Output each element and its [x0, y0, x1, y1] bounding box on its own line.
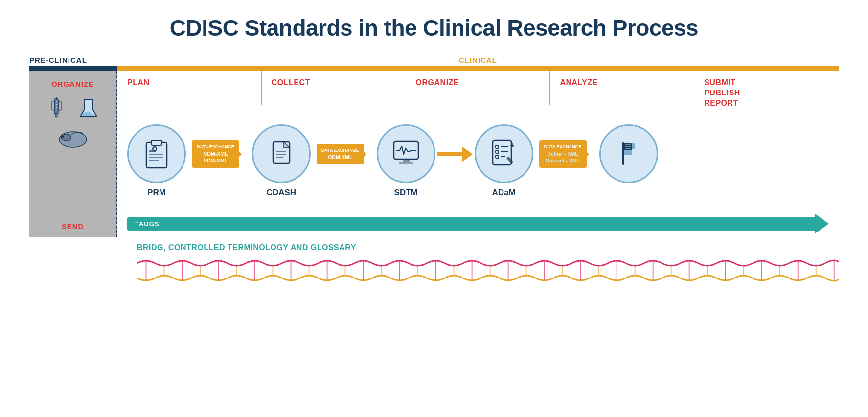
preclinical-organize-label: ORGANIZE	[51, 80, 94, 88]
circle-label-prm: PRM	[147, 188, 166, 198]
page-title: CDISC Standards in the Clinical Research…	[29, 15, 839, 41]
svg-rect-24	[276, 151, 286, 152]
connector-2: DATA EXCHANGE ODM-XML	[315, 144, 373, 164]
flow-node-sdtm: SDTM	[377, 124, 435, 198]
circle-label-adam: ADaM	[492, 188, 516, 198]
step-header-submit: SUBMIT PUBLISH REPORT	[694, 71, 839, 105]
checklist-pen-icon	[487, 137, 521, 171]
svg-rect-15	[149, 154, 163, 155]
preclinical-col: ORGANIZE	[29, 71, 117, 237]
page: CDISC Standards in the Clinical Research…	[0, 0, 868, 417]
svg-rect-17	[149, 160, 159, 161]
taugs-label: TAUGS	[127, 217, 167, 231]
de-label-1: DATA EXCHANGE	[197, 144, 234, 150]
de-val2-4: Dataset - XML	[544, 157, 582, 164]
de-val1-1: ODM-XML	[197, 150, 234, 158]
step-headers: PLAN COLLECT ORGANIZE ANALYZE SUBMIT PUB…	[117, 71, 839, 105]
connector-3	[437, 146, 473, 162]
svg-rect-46	[625, 144, 631, 145]
data-exchange-box-4: DATA EXCHANGE Define - XML Dataset - XML	[539, 140, 587, 168]
svg-rect-44	[624, 150, 632, 155]
circle-cdash	[252, 124, 311, 183]
icons-row-1	[44, 95, 102, 122]
taugs-arrow-head	[815, 214, 829, 233]
step-header-collect: COLLECT	[262, 71, 406, 105]
svg-rect-45	[632, 143, 635, 149]
de-label-4: DATA EXCHANGE	[544, 144, 582, 150]
monitor-heart-icon	[389, 137, 423, 171]
svg-rect-7	[59, 101, 61, 110]
arrow-line-3	[437, 152, 462, 156]
step-header-submit-text: SUBMIT PUBLISH REPORT	[704, 78, 740, 108]
phase-bar	[29, 66, 839, 71]
clipboard-icon	[139, 137, 174, 171]
mouse-icon	[53, 125, 92, 149]
svg-rect-2	[56, 97, 57, 100]
connector-1: DATA EXCHANGE ODM-XML SDM-XML	[190, 140, 248, 168]
taugs-bar	[167, 217, 815, 231]
preclinical-bar	[29, 66, 117, 71]
svg-rect-26	[276, 157, 283, 158]
svg-rect-0	[54, 99, 58, 114]
flow-node-prm: PRM	[127, 124, 186, 198]
icons-row-2	[53, 125, 92, 149]
svg-rect-29	[399, 162, 413, 164]
circle-adam	[475, 124, 533, 183]
preclinical-icons	[44, 95, 102, 217]
flow-node-submit	[599, 124, 658, 198]
circle-prm	[127, 124, 186, 183]
svg-rect-48	[625, 148, 631, 149]
phase-labels: PRE-CLINICAL CLINICAL	[29, 56, 839, 66]
circle-label-sdtm: SDTM	[394, 188, 418, 198]
svg-rect-1	[55, 114, 57, 117]
data-exchange-box-1: DATA EXCHANGE ODM-XML SDM-XML	[192, 140, 239, 168]
data-exchange-box-2: DATA EXCHANGE ODM-XML	[317, 144, 364, 164]
connector-4: DATA EXCHANGE Define - XML Dataset - XML	[537, 140, 595, 168]
svg-rect-13	[151, 140, 162, 145]
flow-node-adam: ADaM	[475, 124, 533, 198]
de-label-2: DATA EXCHANGE	[321, 147, 359, 154]
svg-rect-47	[625, 146, 631, 147]
de-val1-4: Define - XML	[544, 150, 582, 158]
step-header-organize: ORGANIZE	[406, 71, 550, 105]
content-row: ORGANIZE	[29, 71, 839, 237]
flag-icon	[612, 137, 646, 171]
syringe-icon	[44, 95, 70, 122]
beaker-icon	[75, 95, 102, 122]
de-val2-1: SDM-XML	[197, 157, 234, 164]
flow-node-cdash: CDASH	[252, 124, 311, 198]
svg-point-11	[61, 135, 64, 138]
de-val1-2: ODM-XML	[321, 154, 359, 161]
document-icon	[265, 138, 297, 170]
bridg-label: BRIDG, CONTROLLED TERMINOLOGY AND GLOSSA…	[137, 243, 839, 252]
svg-rect-25	[276, 154, 286, 155]
step-header-collect-text: COLLECT	[272, 78, 310, 88]
svg-rect-42	[622, 142, 624, 165]
flow-area: PRM DATA EXCHANGE ODM-XML SDM-XML	[117, 105, 839, 212]
svg-rect-28	[403, 159, 410, 162]
preclinical-send-label: SEND	[62, 222, 84, 231]
taugs-row: TAUGS	[117, 212, 839, 237]
flow-wrapper: PRM DATA EXCHANGE ODM-XML SDM-XML	[117, 119, 839, 203]
svg-rect-12	[146, 142, 167, 168]
dna-svg	[137, 256, 839, 285]
step-header-organize-text: ORGANIZE	[416, 78, 459, 88]
step-header-plan: PLAN	[117, 71, 262, 105]
step-header-analyze: ANALYZE	[550, 71, 694, 105]
clinical-bar	[117, 66, 839, 71]
step-header-analyze-text: ANALYZE	[560, 78, 598, 88]
circle-label-cdash: CDASH	[267, 188, 296, 198]
dna-container	[137, 256, 839, 285]
svg-rect-16	[149, 157, 163, 158]
step-header-plan-text: PLAN	[127, 78, 150, 88]
clinical-col: PLAN COLLECT ORGANIZE ANALYZE SUBMIT PUB…	[117, 71, 839, 237]
circle-sdtm	[377, 124, 435, 183]
arrow-tip-3	[462, 146, 473, 162]
bridg-row: BRIDG, CONTROLLED TERMINOLOGY AND GLOSSA…	[29, 243, 839, 285]
preclinical-label: PRE-CLINICAL	[29, 56, 117, 66]
circle-submit	[599, 124, 658, 183]
clinical-label: CLINICAL	[117, 56, 839, 66]
